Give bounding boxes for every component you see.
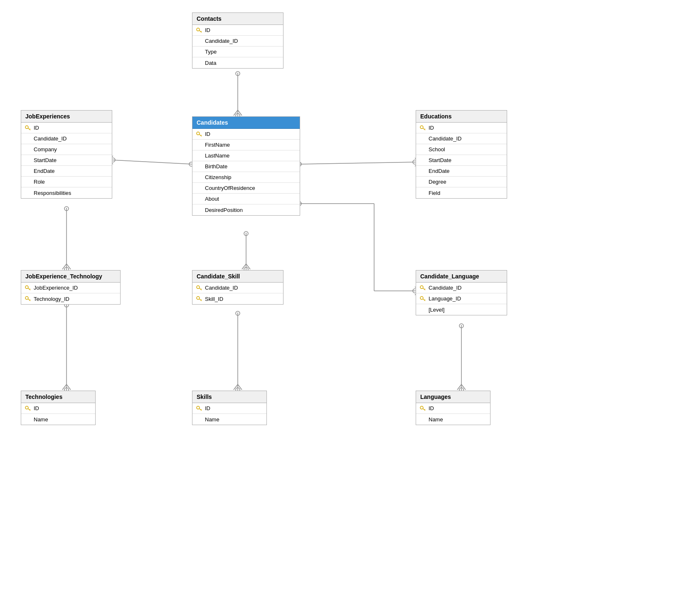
svg-line-46: [461, 384, 466, 390]
key-icon: [196, 131, 202, 138]
table-row: BirthDate: [192, 161, 300, 172]
svg-point-28: [244, 231, 248, 236]
table-jobexperiences-body: ID Candidate_ID Company StartDate EndDat…: [21, 123, 112, 198]
table-row: ID: [21, 403, 95, 414]
svg-line-79: [30, 409, 30, 410]
field-label: JobExperience_ID: [33, 285, 78, 291]
table-row: Role: [21, 177, 112, 187]
table-skills: Skills ID Name: [192, 391, 267, 425]
svg-line-49: [201, 31, 202, 32]
table-technologies-body: ID Name: [21, 403, 95, 425]
table-languages-body: ID Name: [416, 403, 490, 425]
table-row: Type: [192, 47, 283, 57]
field-label: Name: [196, 416, 219, 423]
field-label: EndDate: [25, 168, 55, 174]
field-label: CountryOfResidence: [196, 185, 255, 191]
table-row: School: [416, 144, 507, 155]
svg-line-40: [234, 384, 238, 390]
diagram-canvas: Contacts ID Candidate_ID Type Data Candi…: [0, 0, 700, 615]
table-skills-header: Skills: [192, 391, 266, 403]
table-jobexperience-technology-body: JobExperience_ID Technology_ID: [21, 283, 120, 304]
table-languages-header: Languages: [416, 391, 490, 403]
table-jobexperiences-header: JobExperiences: [21, 111, 112, 123]
field-label: Candidate_ID: [196, 38, 238, 44]
table-row: Skill_ID: [192, 293, 283, 304]
field-label: Skill_ID: [204, 296, 223, 302]
svg-line-61: [30, 289, 30, 289]
field-label: DesiredPosition: [196, 207, 243, 213]
field-label: Candidate_ID: [428, 285, 462, 291]
table-row: Candidate_ID: [192, 36, 283, 47]
table-row: ID: [416, 123, 507, 133]
field-label: Language_ID: [428, 295, 461, 302]
field-label: StartDate: [25, 157, 57, 163]
table-row: About: [192, 194, 300, 204]
table-skills-body: ID Name: [192, 403, 266, 425]
table-row: [Level]: [416, 304, 507, 315]
field-label: FirstName: [196, 142, 230, 148]
svg-line-55: [30, 129, 30, 129]
svg-line-82: [201, 409, 202, 410]
table-row: Candidate_ID: [416, 133, 507, 144]
field-label: BirthDate: [196, 163, 227, 170]
field-label: School: [419, 146, 445, 153]
field-label: Candidate_ID: [25, 135, 67, 142]
field-label: Data: [196, 60, 216, 66]
table-candidate-skill-body: Candidate_ID Skill_ID: [192, 283, 283, 304]
table-row: Candidate_ID: [192, 283, 283, 293]
field-label: Technology_ID: [33, 296, 69, 302]
table-row: Technology_ID: [21, 293, 120, 304]
svg-line-36: [67, 384, 71, 390]
svg-line-67: [201, 289, 202, 289]
table-row: Degree: [416, 177, 507, 187]
svg-line-73: [424, 289, 425, 289]
field-label: ID: [33, 405, 39, 411]
svg-line-5: [112, 160, 192, 164]
key-icon: [25, 285, 31, 291]
field-label: Candidate_ID: [419, 135, 462, 142]
table-row: DesiredPosition: [192, 204, 300, 215]
table-row: Field: [416, 187, 507, 198]
svg-line-45: [457, 384, 461, 390]
table-candidates-body: ID FirstName LastName BirthDate Citizens…: [192, 129, 300, 215]
field-label: Candidate_ID: [204, 285, 238, 291]
key-icon: [25, 125, 31, 131]
field-label: ID: [428, 405, 434, 411]
svg-point-43: [459, 324, 463, 328]
table-row: ID: [192, 25, 283, 36]
field-label: ID: [33, 125, 39, 131]
table-row: ID: [416, 403, 490, 414]
table-row: CountryOfResidence: [192, 183, 300, 194]
table-row: LastName: [192, 150, 300, 161]
table-row: Candidate_ID: [21, 133, 112, 144]
table-row: Name: [416, 414, 490, 425]
table-contacts-header: Contacts: [192, 13, 283, 25]
field-label: LastName: [196, 153, 229, 159]
svg-point-1: [236, 71, 240, 76]
table-row: StartDate: [21, 155, 112, 166]
svg-line-70: [201, 300, 202, 300]
svg-line-31: [246, 264, 250, 269]
svg-line-3: [234, 110, 238, 116]
table-educations-body: ID Candidate_ID School StartDate EndDate…: [416, 123, 507, 198]
table-row: Responsibilities: [21, 187, 112, 198]
field-label: Type: [196, 49, 217, 55]
connectors-svg: [0, 0, 700, 615]
table-technologies: Technologies ID Name: [21, 391, 96, 425]
table-jobexperience-technology: JobExperience_Technology JobExperience_I…: [21, 270, 121, 305]
svg-line-58: [424, 129, 425, 129]
key-icon: [419, 125, 426, 131]
table-row: Language_ID: [416, 293, 507, 304]
table-candidates-header: Candidates: [192, 117, 300, 129]
table-row: Data: [192, 57, 283, 68]
table-candidate-language-body: Candidate_ID Language_ID [Level]: [416, 283, 507, 315]
field-label: Responsibilities: [25, 190, 71, 196]
table-row: Name: [21, 414, 95, 425]
svg-line-4: [238, 110, 242, 116]
key-icon: [25, 405, 31, 412]
table-educations-header: Educations: [416, 111, 507, 123]
svg-line-26: [67, 264, 71, 269]
table-technologies-header: Technologies: [21, 391, 95, 403]
table-educations: Educations ID Candidate_ID School StartD…: [416, 110, 507, 199]
key-icon: [419, 295, 426, 302]
